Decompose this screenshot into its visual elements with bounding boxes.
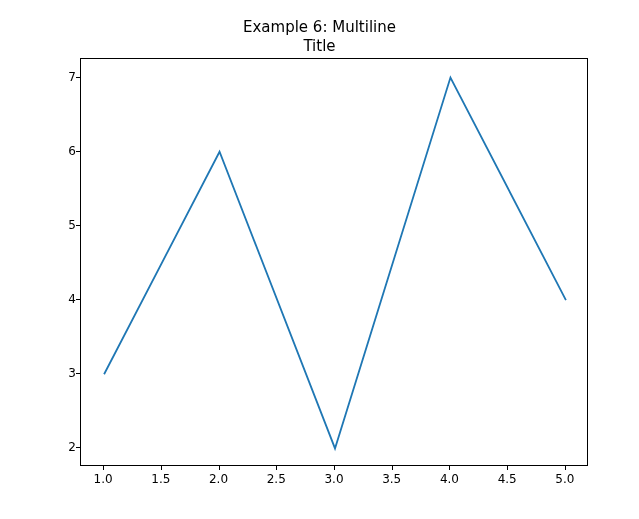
x-tick-label: 3.0 bbox=[324, 472, 343, 486]
y-tick-mark bbox=[76, 373, 80, 374]
y-tick-mark bbox=[76, 77, 80, 78]
x-tick-mark bbox=[219, 466, 220, 470]
y-tick-label: 7 bbox=[48, 70, 76, 84]
x-tick-label: 2.5 bbox=[267, 472, 286, 486]
x-tick-label: 2.0 bbox=[209, 472, 228, 486]
y-tick-mark bbox=[76, 151, 80, 152]
x-tick-label: 4.5 bbox=[498, 472, 517, 486]
x-tick-mark bbox=[507, 466, 508, 470]
y-tick-label: 5 bbox=[48, 218, 76, 232]
chart-title-line1: Example 6: Multiline bbox=[0, 18, 639, 37]
x-tick-mark bbox=[161, 466, 162, 470]
x-tick-mark bbox=[392, 466, 393, 470]
x-tick-mark bbox=[449, 466, 450, 470]
line-series bbox=[81, 59, 589, 467]
x-tick-mark bbox=[276, 466, 277, 470]
x-tick-mark bbox=[334, 466, 335, 470]
chart-title-line2: Title bbox=[0, 37, 639, 56]
figure: Example 6: Multiline Title 1.01.52.02.53… bbox=[0, 0, 639, 519]
y-tick-mark bbox=[76, 299, 80, 300]
x-tick-label: 1.0 bbox=[94, 472, 113, 486]
x-tick-mark bbox=[103, 466, 104, 470]
x-tick-label: 5.0 bbox=[555, 472, 574, 486]
plot-area bbox=[80, 58, 588, 466]
y-tick-mark bbox=[76, 225, 80, 226]
y-tick-label: 6 bbox=[48, 144, 76, 158]
y-tick-mark bbox=[76, 447, 80, 448]
y-tick-label: 4 bbox=[48, 292, 76, 306]
chart-title: Example 6: Multiline Title bbox=[0, 18, 639, 56]
x-tick-label: 3.5 bbox=[382, 472, 401, 486]
x-tick-mark bbox=[565, 466, 566, 470]
y-tick-label: 2 bbox=[48, 440, 76, 454]
x-tick-label: 4.0 bbox=[440, 472, 459, 486]
y-tick-label: 3 bbox=[48, 366, 76, 380]
x-tick-label: 1.5 bbox=[151, 472, 170, 486]
data-line bbox=[104, 78, 566, 449]
